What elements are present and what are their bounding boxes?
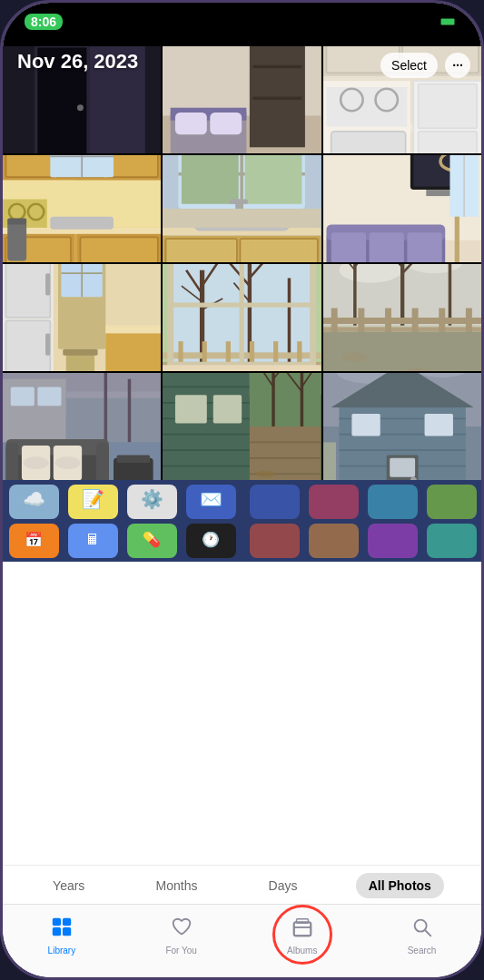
photo-6[interactable]	[323, 155, 481, 262]
photo-7[interactable]	[3, 264, 161, 371]
svg-rect-99	[45, 333, 50, 355]
svg-rect-169	[117, 455, 151, 463]
photos-grid	[3, 46, 481, 480]
svg-rect-215	[323, 442, 336, 480]
svg-rect-35	[418, 84, 477, 129]
nav-item-for-you[interactable]: For You	[151, 912, 211, 959]
photo-5[interactable]	[163, 155, 321, 262]
nav-item-albums[interactable]: Albums	[272, 912, 331, 959]
nav-item-search[interactable]: Search	[393, 912, 451, 959]
svg-rect-6	[458, 20, 459, 24]
filter-tabs: Years Months Days All Photos	[3, 865, 481, 904]
battery-percent: 90+	[420, 15, 438, 28]
svg-rect-81	[331, 232, 365, 262]
svg-text:⚙️: ⚙️	[141, 488, 163, 510]
svg-rect-182	[175, 395, 207, 423]
library-icon	[50, 916, 74, 943]
svg-rect-234	[309, 485, 359, 519]
library-label: Library	[48, 946, 76, 956]
svg-rect-103	[63, 349, 97, 356]
svg-rect-235	[368, 485, 418, 519]
svg-rect-39	[5, 155, 53, 177]
phone-screenshot-row: ☁️ 📝 ⚙️ ✉️ 📅 🖩 💊	[3, 480, 481, 562]
svg-rect-183	[213, 395, 242, 423]
svg-text:🖩: 🖩	[85, 532, 100, 547]
svg-rect-3	[393, 15, 396, 26]
svg-rect-2	[390, 17, 392, 26]
svg-rect-52	[50, 217, 114, 230]
photo-9[interactable]	[323, 264, 481, 371]
wifi-icon	[400, 14, 415, 30]
svg-text:🕐: 🕐	[202, 531, 220, 548]
svg-rect-209	[351, 414, 380, 436]
svg-rect-174	[163, 373, 250, 480]
photo-4[interactable]	[3, 155, 161, 262]
albums-label: Albums	[287, 946, 317, 956]
nav-item-library[interactable]: Library	[34, 912, 91, 959]
phone-frame: 8:06	[0, 0, 484, 980]
svg-rect-72	[230, 200, 249, 204]
svg-text:💊: 💊	[143, 531, 161, 548]
photo-8[interactable]	[163, 264, 321, 371]
date-header: Nov 26, 2023	[17, 50, 138, 74]
svg-rect-62	[182, 155, 239, 204]
svg-rect-0	[381, 23, 384, 26]
svg-rect-100	[105, 326, 161, 334]
select-button[interactable]: Select	[380, 53, 438, 78]
photo-2[interactable]	[163, 46, 321, 153]
svg-rect-21	[175, 113, 207, 134]
svg-rect-63	[245, 155, 302, 204]
svg-rect-245	[293, 922, 311, 936]
dynamic-island	[188, 10, 297, 39]
svg-rect-164	[5, 442, 18, 480]
svg-rect-18	[253, 97, 302, 100]
filter-tab-days[interactable]: Days	[256, 873, 311, 898]
svg-text:☁️: ☁️	[23, 488, 45, 510]
photo-grid-area: Nov 26, 2023 Select ···	[3, 3, 481, 562]
svg-rect-41	[107, 155, 158, 177]
bottom-nav: Library For You	[3, 904, 481, 977]
svg-rect-36	[418, 132, 477, 153]
svg-point-4	[406, 24, 408, 25]
svg-rect-22	[211, 113, 242, 134]
photo-12[interactable]	[323, 373, 481, 480]
svg-rect-129	[163, 365, 321, 371]
svg-rect-237	[250, 524, 300, 558]
for-you-icon	[170, 916, 193, 943]
svg-rect-82	[369, 232, 403, 262]
svg-rect-233	[250, 485, 300, 519]
svg-line-250	[425, 930, 430, 936]
svg-rect-238	[309, 524, 359, 558]
more-button[interactable]: ···	[445, 53, 470, 78]
status-time: 8:06	[25, 14, 63, 30]
svg-rect-240	[427, 524, 477, 558]
svg-rect-158	[66, 392, 162, 398]
svg-rect-1	[385, 20, 388, 26]
svg-point-150	[342, 352, 368, 361]
svg-rect-33	[331, 132, 405, 153]
photo-10[interactable]	[3, 373, 161, 480]
albums-icon	[291, 916, 314, 943]
svg-rect-156	[37, 387, 61, 406]
filter-tab-all-photos[interactable]: All Photos	[356, 873, 444, 898]
svg-text:📅: 📅	[25, 531, 43, 548]
search-label: Search	[408, 946, 437, 956]
svg-rect-243	[53, 918, 61, 926]
photo-11[interactable]	[163, 373, 321, 480]
svg-rect-46	[80, 237, 157, 262]
filter-tab-months[interactable]: Months	[143, 873, 211, 898]
svg-rect-236	[427, 485, 477, 519]
svg-rect-142	[323, 327, 481, 331]
svg-rect-98	[45, 273, 50, 295]
svg-rect-101	[105, 333, 161, 371]
svg-rect-239	[368, 524, 418, 558]
svg-rect-17	[253, 65, 302, 68]
battery-container: 90+	[420, 15, 459, 28]
header-buttons: Select ···	[380, 53, 470, 78]
svg-rect-246	[293, 922, 311, 936]
svg-rect-165	[96, 442, 109, 480]
svg-rect-248	[296, 919, 308, 924]
filter-tab-years[interactable]: Years	[40, 873, 97, 898]
svg-point-196	[256, 471, 275, 477]
svg-rect-97	[5, 320, 50, 371]
